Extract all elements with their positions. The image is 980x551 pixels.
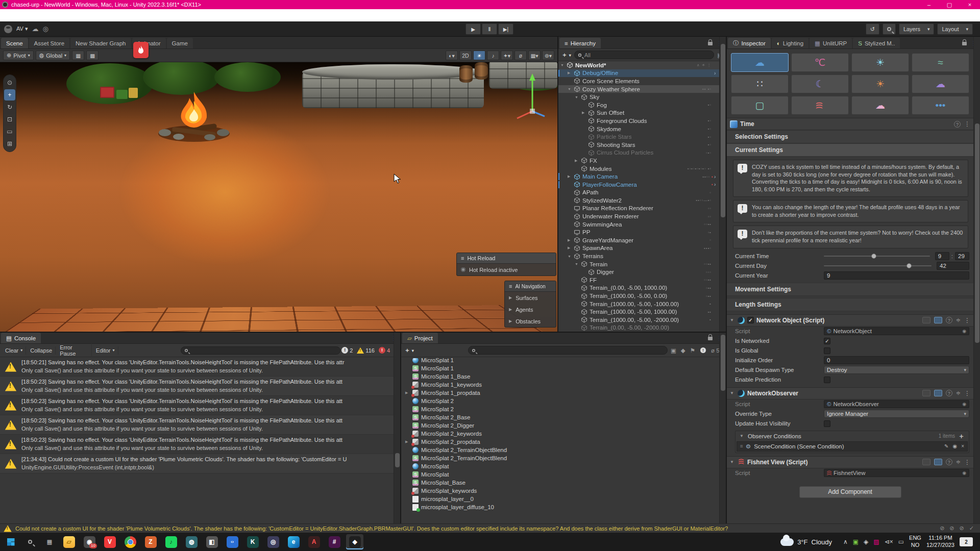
- foldout-arrow-icon[interactable]: ▶: [405, 391, 408, 395]
- menu-item[interactable]: [11, 9, 22, 21]
- alert-filter-icon[interactable]: !: [700, 347, 706, 353]
- kebab-menu-icon[interactable]: ⋮: [964, 317, 970, 324]
- minimize-button[interactable]: –: [919, 2, 939, 8]
- project-asset-row[interactable]: MicroSplat: [412, 470, 719, 479]
- project-asset-row[interactable]: MicroSplat_Base: [412, 479, 719, 487]
- is-global-checkbox[interactable]: [824, 347, 830, 354]
- error-pause-button[interactable]: Error Pause: [57, 343, 92, 358]
- project-scrollbar[interactable]: [719, 333, 726, 523]
- hierarchy-row[interactable]: StylizedWater2 ▪▪▫▫—▪▫: [558, 196, 719, 205]
- scene-view-tab[interactable]: Scene: [1, 38, 28, 48]
- foldout-arrow-icon[interactable]: ▼: [730, 391, 735, 395]
- hierarchy-row[interactable]: ▶ FX: [558, 157, 719, 165]
- hierarchy-row[interactable]: ▶ Debug/Offline ›: [558, 69, 719, 78]
- scene-tool-button[interactable]: ▭: [4, 126, 15, 137]
- auto-refresh-icon[interactable]: ✓: [969, 525, 974, 532]
- is-networked-checkbox[interactable]: ✓: [824, 338, 830, 344]
- script-object-field[interactable]: ((( FishnetView ◉: [824, 469, 969, 477]
- menu-item[interactable]: [101, 9, 112, 21]
- preset-sliders-icon[interactable]: ≑: [956, 317, 961, 323]
- hierarchy-row[interactable]: Terrain_(1000.00, -5.00, 1000.00) ▪▪: [558, 308, 719, 316]
- inspector-scrollbar[interactable]: [973, 37, 980, 523]
- hierarchy-row[interactable]: Shooting Stars ▪▫: [558, 141, 719, 149]
- transform-gizmo[interactable]: [513, 71, 549, 122]
- search-button[interactable]: [883, 23, 896, 35]
- hierarchy-row[interactable]: Skydome ▪▫: [558, 125, 719, 133]
- language-indicator[interactable]: ENGNO: [909, 535, 921, 549]
- script-object-field[interactable]: ©NetworkObserver ◉: [824, 400, 969, 408]
- error-count-toggle[interactable]: !4: [379, 347, 390, 354]
- add-gameobject-button[interactable]: ＋ ▾: [561, 51, 571, 59]
- project-asset-row[interactable]: MicroSplat 2_Base: [412, 413, 719, 421]
- menu-item[interactable]: [157, 9, 168, 21]
- kebab-menu-icon[interactable]: ⋮: [964, 459, 970, 466]
- status-bar[interactable]: Could not create a custom UI for the sha…: [0, 523, 980, 533]
- console-log-entry[interactable]: [18:50:23] Saving has no effect. Your cl…: [0, 377, 394, 396]
- presets-icon[interactable]: [922, 390, 930, 396]
- slider-knob[interactable]: [871, 254, 876, 259]
- debug-view-icon[interactable]: [934, 390, 942, 396]
- pivot-dropdown[interactable]: ⊕ Pivot ▾: [3, 51, 34, 60]
- foldout-arrow-icon[interactable]: ▼: [568, 87, 573, 91]
- task-view-button[interactable]: ▦: [41, 534, 58, 549]
- play-button[interactable]: ▶: [465, 23, 481, 35]
- hierarchy-tab[interactable]: ≡ Hierarchy: [559, 38, 601, 48]
- hierarchy-row[interactable]: Digger ▫▫▫: [558, 268, 719, 276]
- hierarchy-row[interactable]: FF ▫▫▪▪: [558, 276, 719, 284]
- menu-item[interactable]: [79, 9, 90, 21]
- selection-settings-header[interactable]: Selection Settings: [727, 130, 973, 143]
- hierarchy-row[interactable]: ▼ NewWorld* ∧ ☀ ⋮: [558, 61, 719, 69]
- drag-handle-icon[interactable]: ≡: [740, 443, 743, 449]
- gizmos-dropdown[interactable]: ⊚▾: [542, 51, 554, 60]
- hierarchy-row[interactable]: SwimmingArea ▫▫▪▪: [558, 220, 719, 229]
- menu-item[interactable]: [45, 9, 56, 21]
- project-asset-row[interactable]: MicroSplat 2_TerrainObjectBlend: [412, 446, 719, 454]
- hierarchy-row[interactable]: ▼ Cozy Weather Sphere ▪▪ ▪▫: [558, 85, 719, 93]
- menu-item[interactable]: [22, 9, 34, 21]
- project-asset-row[interactable]: MicroSplat 2_TerrainObjectBlend: [412, 454, 719, 462]
- inspector-tab[interactable]: ◐ Lighting: [772, 38, 808, 48]
- menu-item[interactable]: [146, 9, 157, 21]
- scene-view-tab[interactable]: Asset Store: [29, 38, 69, 48]
- label-filter-icon[interactable]: ⚑: [690, 347, 695, 354]
- hierarchy-row[interactable]: Terrain_(0.00, -5.00, -2000.00): [558, 324, 719, 332]
- account-dropdown[interactable]: AV ▾: [16, 26, 28, 32]
- add-condition-button[interactable]: ＋: [958, 432, 965, 441]
- project-asset-row[interactable]: MicroSplat 2: [412, 397, 719, 405]
- debug-view-icon[interactable]: [934, 459, 942, 465]
- layout-dropdown[interactable]: Layout▾: [937, 23, 973, 35]
- preset-sliders-icon[interactable]: ≑: [956, 459, 961, 465]
- editor-dropdown[interactable]: Editor ▾: [93, 346, 118, 355]
- scene-view-tab[interactable]: Game: [167, 38, 193, 48]
- hierarchy-search-input[interactable]: All: [574, 51, 714, 59]
- console-log-entry[interactable]: [18:50:21] Saving has no effect. Your cl…: [0, 357, 394, 377]
- menu-item[interactable]: [34, 9, 45, 21]
- movement-settings-header[interactable]: Movement Settings: [727, 283, 973, 296]
- project-asset-row[interactable]: MicroSplat: [412, 462, 719, 470]
- lock-icon[interactable]: [962, 42, 967, 45]
- security-shield-icon[interactable]: ◈: [864, 538, 868, 545]
- foldout-arrow-icon[interactable]: ▶: [405, 440, 408, 444]
- network-status-icon[interactable]: ▣: [853, 538, 859, 545]
- hierarchy-row[interactable]: ▶ GraveYardManager ▫: [558, 236, 719, 244]
- object-picker-icon[interactable]: ◉: [962, 470, 966, 475]
- grid-visibility-dropdown[interactable]: ▦▾: [528, 51, 541, 60]
- help-icon[interactable]: ?: [954, 121, 961, 128]
- prefab-chevron-icon[interactable]: ›: [714, 70, 719, 76]
- unity-tray-icon[interactable]: ▨: [873, 538, 879, 545]
- hierarchy-row[interactable]: Terrain_(0.00, -5.00, 1000.00) ▫▪▪: [558, 284, 719, 292]
- console-scrollbar[interactable]: [394, 333, 400, 523]
- ethernet-icon[interactable]: ▭: [898, 538, 904, 545]
- project-asset-row[interactable]: MicroSplat 2: [412, 405, 719, 413]
- current-time-slider[interactable]: [824, 252, 930, 260]
- warning-count-toggle[interactable]: 116: [357, 347, 375, 354]
- hierarchy-row[interactable]: Terrain_(1000.00, -5.00, 0.00) ▫▪▪: [558, 292, 719, 300]
- taskbar-weather[interactable]: 3°F Cloudy: [780, 538, 832, 546]
- menu-item[interactable]: [56, 9, 67, 21]
- slider-knob[interactable]: [906, 263, 912, 268]
- project-asset-row[interactable]: microsplat_layer__0: [412, 495, 719, 503]
- pause-button[interactable]: Ⅱ: [482, 23, 497, 35]
- hierarchy-row[interactable]: ▶ SpawnArea ▪▪▪▫: [558, 244, 719, 253]
- layers-dropdown[interactable]: Layers▾: [899, 23, 935, 35]
- console-search-input[interactable]: [181, 346, 341, 355]
